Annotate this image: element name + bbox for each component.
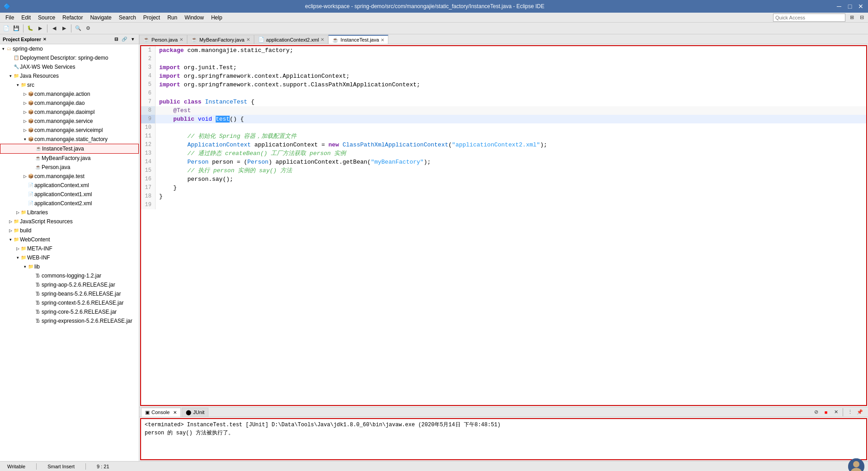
tab-instancetest[interactable]: ☕ InstanceTest.java ✕ <box>328 35 388 44</box>
status-writable: Writable <box>4 464 29 469</box>
tree-label: lib <box>34 263 40 271</box>
folder-icon: 📁 <box>20 81 27 89</box>
tab-mybean[interactable]: ☕ MyBeanFactory.java ✕ <box>187 35 254 44</box>
pin-console-button[interactable]: 📌 <box>855 408 864 417</box>
tree-item-libraries[interactable]: ▷ 📁 Libraries <box>0 208 139 217</box>
debug-button[interactable]: 🐛 <box>26 24 35 33</box>
terminate-button[interactable]: ■ <box>821 408 830 417</box>
tree-label: Person.java <box>42 163 70 171</box>
tree-item-appctx[interactable]: 📄 applicationContext.xml <box>0 181 139 190</box>
new-button[interactable]: 📄 <box>2 24 11 33</box>
minimize-button[interactable]: ─ <box>835 3 843 10</box>
package-icon: 📦 <box>27 173 34 180</box>
line-content: // 初始化 Spring 容器，加载配置文件 <box>159 132 866 141</box>
collapse-all-button[interactable]: ⊟ <box>113 36 120 43</box>
line-number: 15 <box>141 166 156 175</box>
quick-access-input[interactable] <box>773 14 845 22</box>
tree-item-deployment[interactable]: 📋 Deployment Descriptor: spring-demo <box>0 53 139 62</box>
tab-junit[interactable]: ⬤ JUnit <box>182 408 208 417</box>
tree-item-spring-beans[interactable]: 🗜 spring-beans-5.2.6.RELEASE.jar <box>0 289 139 298</box>
tree-label: Deployment Descriptor: spring-demo <box>20 54 108 62</box>
link-with-editor-button[interactable]: 🔗 <box>121 36 128 43</box>
tree-item-pkg-static-factory[interactable]: ▾ 📦 com.manongajie.static_factory <box>0 135 139 144</box>
java-file-icon: ☕ <box>34 164 42 171</box>
tree-item-java-resources[interactable]: ▾ 📁 Java Resources <box>0 71 139 80</box>
tree-item-pkg-action[interactable]: ▷ 📦 com.manongajie.action <box>0 89 139 99</box>
toolbar-sep-3 <box>71 24 71 33</box>
tree-item-appctx2[interactable]: 📄 applicationContext2.xml <box>0 199 139 208</box>
tab-close-mybean[interactable]: ✕ <box>246 37 250 42</box>
menu-file[interactable]: File <box>2 14 18 22</box>
tree-label: JAX-WS Web Services <box>20 63 75 71</box>
tree-item-build[interactable]: ▷ 📁 build <box>0 226 139 235</box>
menu-window[interactable]: Window <box>181 14 208 22</box>
tree-item-web-inf[interactable]: ▾ 📁 WEB-INF <box>0 253 139 262</box>
menu-refactor[interactable]: Refactor <box>59 14 86 22</box>
titlebar-controls: ─ □ ✕ <box>835 3 864 10</box>
tree-item-lib[interactable]: ▾ 📁 lib <box>0 262 139 271</box>
code-line-10: 10 <box>141 123 866 132</box>
tree-item-meta-inf[interactable]: ▷ 📁 META-INF <box>0 244 139 253</box>
tree-item-instancetest[interactable]: ☕ InstanceTest.java <box>0 144 139 154</box>
menu-project[interactable]: Project <box>140 14 164 22</box>
tree-item-pkg-test[interactable]: ▷ 📦 com.manongajie.test <box>0 172 139 181</box>
titlebar: 🔷 eclipse-workspace - spring-demo/src/co… <box>0 0 868 13</box>
tab-close-console[interactable]: ✕ <box>173 410 177 415</box>
code-line-13: 13 // 通过静态 createBean() 工厂方法获取 person 实例 <box>141 149 866 158</box>
maximize-button[interactable]: □ <box>846 3 854 10</box>
line-number: 9 <box>141 115 156 123</box>
menu-source[interactable]: Source <box>34 14 59 22</box>
code-editor[interactable]: 1 package com.manongajie.static_factory;… <box>140 45 867 406</box>
tree-item-spring-aop[interactable]: 🗜 spring-aop-5.2.6.RELEASE.jar <box>0 280 139 289</box>
pe-header-icons: ⊟ 🔗 ▾ <box>113 36 136 43</box>
menu-edit[interactable]: Edit <box>18 14 34 22</box>
tree-item-appctx1[interactable]: 📄 applicationContext1.xml <box>0 190 139 199</box>
code-line-5: 5 import org.springframework.context.sup… <box>141 80 866 89</box>
menu-navigate[interactable]: Navigate <box>86 14 115 22</box>
tree-item-js-resources[interactable]: ▷ 📁 JavaScript Resources <box>0 217 139 226</box>
tree-item-commons-logging[interactable]: 🗜 commons-logging-1.2.jar <box>0 271 139 280</box>
tree-item-spring-demo[interactable]: ▾ 🗂 spring-demo <box>0 44 139 53</box>
clear-console-button[interactable]: ⊘ <box>811 408 821 417</box>
tab-console[interactable]: ▣ Console ✕ <box>141 408 181 417</box>
pe-menu-button[interactable]: ▾ <box>129 36 136 43</box>
line-number: 17 <box>141 184 156 192</box>
next-button[interactable]: ▶ <box>60 24 69 33</box>
tree-item-spring-context[interactable]: 🗜 spring-context-5.2.6.RELEASE.jar <box>0 298 139 307</box>
perspective-button[interactable]: ⊞ <box>847 13 856 22</box>
tab-close-instancetest[interactable]: ✕ <box>381 38 384 42</box>
tab-person[interactable]: ☕ Person.java ✕ <box>139 35 187 44</box>
menu-help[interactable]: Help <box>208 14 226 22</box>
scroll-lock-button[interactable]: ⋮ <box>845 408 854 417</box>
tab-close-appctx2[interactable]: ✕ <box>321 37 324 42</box>
menu-search[interactable]: Search <box>115 14 140 22</box>
prev-button[interactable]: ◀ <box>50 24 59 33</box>
tree-item-spring-expression[interactable]: 🗜 spring-expression-5.2.6.RELEASE.jar <box>0 316 139 325</box>
package-icon: 📦 <box>27 136 34 143</box>
code-content[interactable]: 1 package com.manongajie.static_factory;… <box>141 46 866 405</box>
console-output[interactable]: <terminated> InstanceTest.test [JUnit] D… <box>140 418 867 460</box>
tree-item-person-java[interactable]: ☕ Person.java <box>0 163 139 172</box>
tree-item-mybeanfactory[interactable]: ☕ MyBeanFactory.java <box>0 154 139 163</box>
tab-close-person[interactable]: ✕ <box>179 37 183 42</box>
view-button[interactable]: ⊟ <box>857 13 866 22</box>
expand-arrow: ▷ <box>8 217 13 226</box>
refactor-button[interactable]: ⚙ <box>84 24 93 33</box>
tree-item-pkg-service[interactable]: ▷ 📦 com.manongajie.service <box>0 117 139 126</box>
tree-item-pkg-serviceimpl[interactable]: ▷ 📦 com.manongajie.serviceimpl <box>0 126 139 135</box>
close-button[interactable]: ✕ <box>857 3 864 10</box>
search-button[interactable]: 🔍 <box>74 24 83 33</box>
tree-item-jaxws[interactable]: 🔧 JAX-WS Web Services <box>0 62 139 71</box>
save-button[interactable]: 💾 <box>12 24 21 33</box>
tab-appctx2[interactable]: 📄 applicationContext2.xml ✕ <box>254 35 329 44</box>
tree-label: META-INF <box>27 245 52 253</box>
remove-launches-button[interactable]: ✕ <box>831 408 840 417</box>
tree-item-spring-core[interactable]: 🗜 spring-core-5.2.6.RELEASE.jar <box>0 307 139 316</box>
menu-run[interactable]: Run <box>164 14 181 22</box>
tree-item-pkg-daoimpl[interactable]: ▷ 📦 com.manongajie.daoimpl <box>0 108 139 117</box>
expand-arrow: ▾ <box>8 72 13 80</box>
tree-item-src[interactable]: ▾ 📁 src <box>0 80 139 89</box>
run-button[interactable]: ▶ <box>36 24 45 33</box>
tree-item-pkg-dao[interactable]: ▷ 📦 com.manongajie.dao <box>0 99 139 108</box>
tree-item-webcontent[interactable]: ▾ 📁 WebContent <box>0 235 139 244</box>
